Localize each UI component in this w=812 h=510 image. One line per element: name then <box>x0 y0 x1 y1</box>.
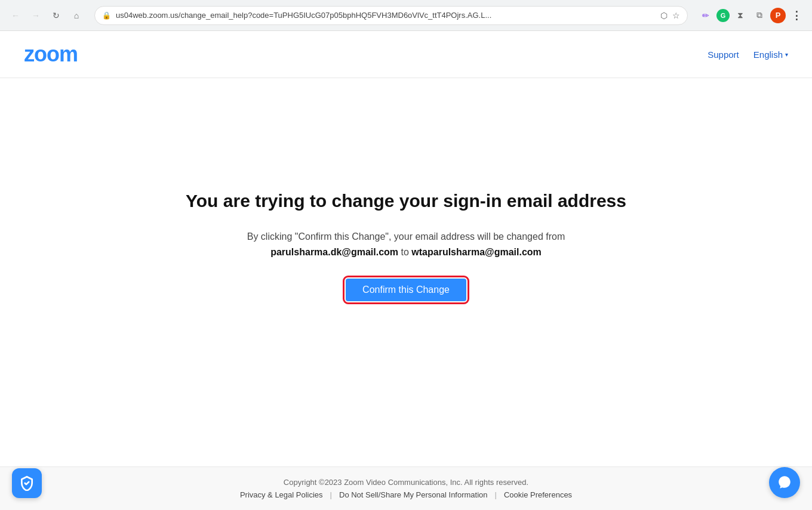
privacy-link[interactable]: Privacy & Legal Policies <box>240 490 323 499</box>
chat-icon <box>777 475 792 490</box>
share-icon: ⬡ <box>660 11 668 20</box>
footer-links: Privacy & Legal Policies | Do Not Sell/S… <box>24 490 788 499</box>
address-bar[interactable]: 🔒 us04web.zoom.us/change_email_help?code… <box>94 6 688 25</box>
home-button[interactable]: ⌂ <box>68 7 85 24</box>
connector-text: to <box>401 247 412 257</box>
forward-button[interactable]: → <box>27 7 44 24</box>
footer-sep-1: | <box>330 490 332 499</box>
grammarly-btn[interactable]: G <box>716 9 730 22</box>
do-not-sell-link[interactable]: Do Not Sell/Share My Personal Informatio… <box>339 490 488 499</box>
browser-actions: ✏ G ⧗ ⧉ P ⋮ <box>697 7 805 24</box>
chevron-down-icon: ▾ <box>785 51 788 58</box>
bookmark-icon: ☆ <box>672 11 680 20</box>
nav-buttons: ← → ↻ ⌂ <box>7 7 85 24</box>
extensions-btn[interactable]: ⧗ <box>732 7 749 24</box>
zoom-logo: zoom <box>24 42 78 67</box>
footer-sep-2: | <box>495 490 497 499</box>
header-nav: Support English ▾ <box>708 50 788 60</box>
reload-button[interactable]: ↻ <box>48 7 64 24</box>
description-text: By clicking "Confirm this Change", your … <box>247 229 565 259</box>
menu-btn[interactable]: ⋮ <box>788 7 805 24</box>
old-email: parulsharma.dk@gmail.com <box>270 247 398 257</box>
chat-button[interactable] <box>769 467 800 498</box>
shield-check-icon <box>19 475 35 491</box>
language-label: English <box>753 50 783 60</box>
site-header: zoom Support English ▾ <box>0 31 812 78</box>
site-footer: Copyright ©2023 Zoom Video Communication… <box>0 466 812 510</box>
cookie-preferences-link[interactable]: Cookie Preferences <box>504 490 572 499</box>
url-text: us04web.zoom.us/change_email_help?code=T… <box>116 11 656 20</box>
language-selector[interactable]: English ▾ <box>753 50 788 60</box>
lock-icon: 🔒 <box>102 11 111 20</box>
footer-copyright: Copyright ©2023 Zoom Video Communication… <box>24 478 788 487</box>
security-badge[interactable] <box>12 468 42 498</box>
page-heading: You are trying to change your sign-in em… <box>186 189 626 212</box>
main-content: You are trying to change your sign-in em… <box>0 78 812 412</box>
new-email: wtaparulsharma@gmail.com <box>411 247 541 257</box>
back-button[interactable]: ← <box>7 7 24 24</box>
confirm-change-button[interactable]: Confirm this Change <box>346 279 466 301</box>
support-link[interactable]: Support <box>708 50 739 60</box>
browser-chrome: ← → ↻ ⌂ 🔒 us04web.zoom.us/change_email_h… <box>0 0 812 31</box>
edit-extension-btn[interactable]: ✏ <box>697 7 714 24</box>
split-view-btn[interactable]: ⧉ <box>751 7 768 24</box>
description-line1: By clicking "Confirm this Change", your … <box>247 231 565 242</box>
profile-btn[interactable]: P <box>770 8 786 23</box>
